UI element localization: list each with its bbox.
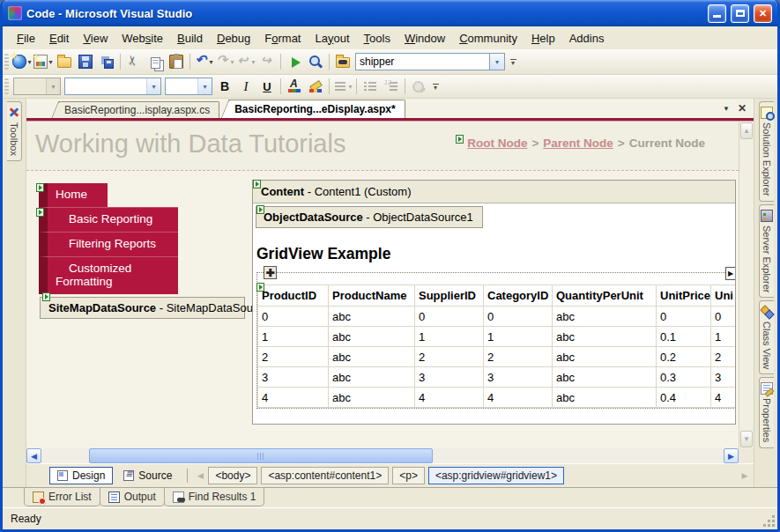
font-color-button[interactable]	[284, 77, 305, 96]
document-tab[interactable]: BasicReporting...eDisplay.aspx*	[228, 100, 405, 118]
smart-tag-icon[interactable]	[36, 208, 44, 217]
tag-body[interactable]: <body>	[208, 467, 257, 484]
horizontal-scrollbar[interactable]: ◀ ▶	[26, 448, 754, 463]
scroll-left-icon[interactable]: ◀	[26, 448, 41, 463]
menu-file[interactable]: File	[10, 29, 42, 48]
cut-button[interactable]	[123, 52, 145, 71]
menu-help[interactable]: Help	[524, 29, 562, 48]
italic-button[interactable]: I	[235, 77, 256, 96]
smart-tag-arrow-icon[interactable]: ▶	[725, 267, 735, 280]
smart-tag-icon[interactable]	[456, 135, 464, 144]
sidebar-tab-server-explorer[interactable]: Server Explorer	[759, 204, 774, 298]
view-in-browser-button[interactable]	[305, 52, 326, 71]
close-document-icon[interactable]: ✕	[738, 102, 747, 115]
smart-tag-icon[interactable]	[256, 205, 264, 214]
design-view-button[interactable]: Design	[49, 467, 113, 484]
vertical-scrollbar[interactable]: ▲ ▼	[739, 122, 754, 448]
menu-debug[interactable]: Debug	[210, 29, 257, 48]
numbered-list-button	[381, 77, 402, 96]
maximize-button[interactable]	[731, 4, 749, 23]
sidebar-tab-toolbox[interactable]: Toolbox	[7, 101, 22, 161]
highlight-button[interactable]	[305, 77, 326, 96]
move-handle-icon[interactable]: ✚	[264, 266, 277, 279]
grid-cell: 0	[657, 307, 711, 327]
source-view-button[interactable]: Source	[115, 467, 180, 484]
sidebar-tab-properties[interactable]: Properties	[759, 377, 774, 447]
toolbar-overflow-icon[interactable]: ▾	[507, 52, 519, 71]
toolbar-search-combo[interactable]: shipper▾	[355, 53, 505, 70]
menu-website[interactable]: Website	[115, 29, 170, 48]
combo-dropdown-icon[interactable]: ▾	[489, 54, 504, 70]
combo-dropdown-icon[interactable]: ▾	[197, 78, 212, 94]
close-button[interactable]: ✕	[754, 4, 772, 23]
menu-community[interactable]: Community	[452, 29, 524, 48]
toolbar-grip[interactable]	[4, 78, 9, 94]
menu-build[interactable]: Build	[170, 29, 210, 48]
menu-layout[interactable]: Layout	[308, 29, 356, 48]
add-new-item-button[interactable]: ▾	[33, 52, 54, 71]
gridview-control[interactable]: ✚ ▶ ProductIDProductNameSupplierIDCatego…	[256, 272, 735, 409]
underline-button[interactable]: U	[256, 77, 278, 96]
smart-tag-icon[interactable]	[42, 292, 50, 301]
grid-cell: 3	[711, 367, 736, 388]
tool-tab-error-list[interactable]: Error List	[24, 488, 100, 506]
scroll-up-icon[interactable]: ▲	[740, 122, 753, 139]
menu-tools[interactable]: Tools	[357, 29, 397, 48]
minimize-button[interactable]	[708, 4, 726, 23]
toolbar-grip[interactable]	[4, 54, 9, 70]
tool-tab-output[interactable]: Output	[100, 488, 165, 506]
content-control[interactable]: Content - Content1 (Custom) ObjectDataSo…	[252, 180, 736, 425]
new-website-button[interactable]: ▾	[11, 52, 33, 71]
breadcrumb-root-link[interactable]: Root Node	[467, 137, 527, 150]
find-in-files-button[interactable]	[332, 52, 353, 71]
menu-window[interactable]: Window	[397, 29, 452, 48]
undo-button[interactable]: ▾	[193, 52, 214, 71]
nav-item-basic-reporting[interactable]: Basic Reporting	[39, 207, 178, 232]
copy-button[interactable]	[145, 52, 166, 71]
scroll-right-icon[interactable]: ▶	[724, 448, 739, 463]
objectdatasource-control[interactable]: ObjectDataSource - ObjectDataSource1	[256, 206, 483, 228]
paste-button[interactable]	[166, 52, 187, 71]
tool-tab-find-results-1[interactable]: Find Results 1	[164, 488, 265, 506]
grid-cell: 3	[258, 367, 329, 388]
nav-item-filtering-reports[interactable]: Filtering Reports	[39, 232, 178, 256]
tag-asp-gridview-gridview1[interactable]: <asp:gridview#gridview1>	[428, 467, 564, 484]
scroll-down-icon[interactable]: ▼	[740, 431, 753, 447]
dropdown-arrow-icon[interactable]: ▾	[209, 58, 212, 66]
smart-tag-icon[interactable]	[256, 283, 264, 292]
combo-dropdown-icon[interactable]: ▾	[146, 78, 160, 94]
save-button[interactable]	[75, 52, 96, 71]
tag-asp-content-content1[interactable]: <asp:content#content1>	[261, 467, 389, 484]
toolbar-overflow-icon[interactable]: ▾	[429, 77, 442, 96]
document-tab[interactable]: BasicReporting...isplay.aspx.cs	[58, 101, 219, 118]
nav-item-customized-formatting[interactable]: Customized Formatting	[39, 256, 178, 294]
scroll-thumb[interactable]	[89, 448, 433, 463]
grid-cell: abc	[329, 327, 415, 347]
sitemapdatasource-control[interactable]: SiteMapDataSource - SiteMapDataSource1	[40, 297, 245, 319]
bold-button[interactable]: B	[214, 77, 235, 96]
scroll-track[interactable]	[41, 448, 724, 463]
font-size-select[interactable]: ▾	[165, 78, 212, 95]
nav-item-home[interactable]: Home	[39, 183, 108, 207]
font-name-select[interactable]: ▾	[64, 78, 161, 95]
menu-view[interactable]: View	[76, 29, 115, 48]
open-file-button[interactable]	[54, 52, 75, 71]
breadcrumb-parent-link[interactable]: Parent Node	[543, 137, 613, 150]
tag-nav-left-icon[interactable]: ◀	[195, 468, 205, 484]
save-all-button[interactable]	[96, 52, 117, 71]
resize-grip[interactable]	[763, 515, 775, 527]
active-files-dropdown-icon[interactable]: ▼	[723, 105, 730, 113]
smart-tag-icon[interactable]	[253, 180, 261, 188]
start-debugging-button[interactable]	[284, 52, 305, 71]
dropdown-arrow-icon[interactable]: ▾	[48, 58, 52, 66]
title-bar: Code - Microsoft Visual Studio ✕	[3, 0, 777, 26]
dropdown-arrow-icon[interactable]: ▾	[27, 58, 31, 66]
menu-addins[interactable]: Addins	[562, 29, 612, 48]
sidebar-tab-class-view[interactable]: Class View	[759, 300, 774, 374]
sidebar-tab-solution-explorer[interactable]: Solution Explorer	[759, 101, 774, 202]
smart-tag-icon[interactable]	[36, 183, 44, 192]
menu-edit[interactable]: Edit	[42, 29, 76, 48]
tag-nav-right-icon[interactable]: ▶	[739, 468, 750, 484]
menu-format[interactable]: Format	[257, 29, 308, 48]
tag-p[interactable]: <p>	[392, 467, 425, 484]
